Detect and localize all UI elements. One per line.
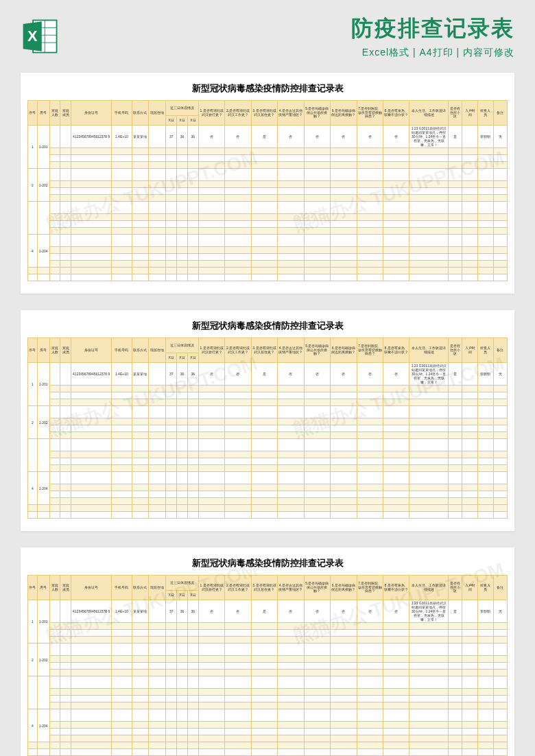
col-header: 入户时间 [462, 101, 478, 126]
cell [462, 247, 478, 254]
cell [198, 155, 224, 162]
cell [132, 670, 149, 676]
cell [149, 735, 166, 742]
cell [357, 432, 383, 439]
cell [132, 432, 149, 439]
cell [112, 484, 132, 491]
cell [448, 491, 462, 498]
cell: 36 [177, 600, 188, 623]
cell [251, 432, 277, 439]
cell [462, 600, 478, 623]
cell [278, 676, 304, 689]
cell [409, 432, 449, 439]
cell [177, 689, 188, 696]
cell [166, 623, 177, 630]
cell [177, 261, 188, 268]
cell [187, 742, 198, 749]
cell-seq: 4 [28, 472, 38, 505]
cell [49, 268, 60, 274]
cell [60, 458, 71, 465]
cell [177, 274, 188, 281]
cell [409, 386, 449, 392]
cell [149, 268, 166, 274]
cell [477, 472, 493, 484]
cell [448, 729, 462, 735]
cell [166, 386, 177, 392]
cell [278, 274, 304, 281]
cell [198, 425, 224, 432]
cell [304, 221, 330, 228]
col-header: 身份证号 [71, 101, 112, 126]
cell [225, 261, 251, 268]
cell [448, 261, 462, 268]
cell [278, 472, 304, 484]
cell [177, 439, 188, 451]
cell [187, 399, 198, 406]
cell [383, 735, 409, 742]
cell [477, 169, 493, 181]
cell [331, 729, 357, 735]
cell [71, 386, 112, 392]
cell [60, 268, 71, 274]
cell [357, 512, 383, 519]
cell [304, 702, 330, 709]
cell [71, 418, 112, 425]
cell [383, 491, 409, 498]
cell [493, 214, 507, 221]
cell [331, 623, 357, 630]
cell [383, 274, 409, 281]
cell: 否 [278, 363, 304, 386]
cell [493, 439, 507, 451]
cell [49, 484, 60, 491]
cell [331, 439, 357, 451]
cell [177, 268, 188, 274]
cell [278, 188, 304, 195]
cell [462, 643, 478, 656]
cell [187, 722, 198, 729]
cell [187, 439, 198, 451]
cell [357, 742, 383, 749]
cell [71, 169, 112, 181]
cell [357, 749, 383, 756]
cell [331, 162, 357, 169]
cell [448, 392, 462, 399]
cell [462, 261, 478, 268]
cell: 否 [357, 363, 383, 386]
cell [60, 181, 71, 188]
cell [477, 670, 493, 676]
cell [60, 439, 71, 451]
cell [304, 512, 330, 519]
cell [493, 432, 507, 439]
cell [60, 630, 71, 637]
cell [331, 735, 357, 742]
cell [149, 254, 166, 261]
cell: 否 [331, 600, 357, 623]
cell [112, 722, 132, 729]
cell [462, 363, 478, 386]
cell: 1.23 G3011高铁经武汉站返回某某地点，停留30分钟。1.24至今一直在家… [409, 363, 449, 386]
cell [132, 261, 149, 268]
preview-pages: 新型冠状病毒感染疫情防控排查记录表序号房号家庭人数家庭成员身份证号手机号码联系方… [0, 66, 535, 756]
cell [187, 676, 198, 689]
cell [149, 247, 166, 254]
cell [331, 261, 357, 268]
cell [225, 623, 251, 630]
cell [477, 722, 493, 729]
cell [477, 643, 493, 656]
cell [278, 742, 304, 749]
cell [304, 498, 330, 505]
cell-room: 1-201 [37, 600, 49, 643]
col-header: 3.是否有湖北或 武汉居住史？ [251, 576, 277, 600]
cell [448, 637, 462, 643]
cell [225, 392, 251, 399]
cell [477, 254, 493, 261]
cell [166, 722, 177, 729]
cell [177, 676, 188, 689]
cell [409, 247, 449, 254]
cell [477, 451, 493, 458]
cell [71, 458, 112, 465]
cell [331, 418, 357, 425]
col-header: 手机号码 [112, 101, 132, 126]
cell [187, 663, 198, 670]
sheet-preview: 新型冠状病毒感染疫情防控排查记录表序号房号家庭人数家庭成员身份证号手机号码联系方… [21, 310, 514, 531]
